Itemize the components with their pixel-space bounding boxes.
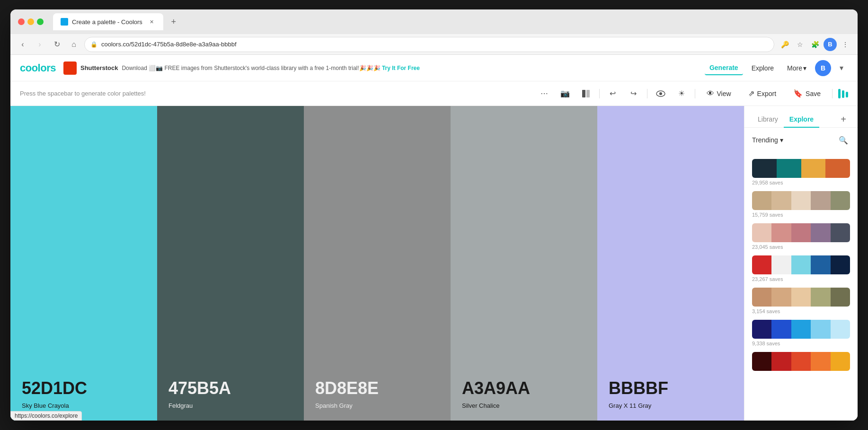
browser-menu-button[interactable]: ⋮ (839, 38, 852, 51)
browser-tab[interactable]: Create a palette - Coolors ✕ (53, 13, 163, 30)
browser-profile-letter: B (828, 41, 832, 48)
swatch-mini (811, 191, 830, 210)
forward-button[interactable]: › (33, 38, 46, 51)
browser-toolbar: ‹ › ↻ ⌂ 🔒 coolors.co/52d1dc-475b5a-8d8e8… (10, 34, 858, 55)
list-item[interactable]: 23,045 saves (744, 220, 858, 253)
export-button[interactable]: ⇗ Export (743, 86, 782, 101)
nav-generate[interactable]: Generate (705, 61, 743, 75)
svg-point-3 (659, 92, 662, 95)
nav-explore[interactable]: Explore (747, 61, 779, 75)
main-content: 52D1DCSky Blue Crayolahttps://coolors.co… (10, 106, 858, 421)
swatch-mini (811, 223, 830, 242)
password-icon-btn[interactable]: 🔑 (778, 38, 791, 51)
swatch-mini (791, 320, 811, 339)
user-avatar[interactable]: B (815, 60, 831, 76)
back-button[interactable]: ‹ (16, 38, 29, 51)
camera-button[interactable]: 📷 (558, 86, 573, 101)
palette-swatches-5 (752, 320, 850, 339)
maximize-button[interactable] (37, 18, 44, 25)
more-options-button[interactable]: ⋯ (537, 86, 552, 101)
color-hex-3: A3A9AA (462, 378, 586, 398)
svg-rect-1 (586, 90, 590, 97)
swatch-mini (771, 352, 791, 371)
browser-titlebar: Create a palette - Coolors ✕ + (10, 9, 858, 34)
palette-saves-5: 9,338 saves (752, 341, 850, 346)
sidebar-add-button[interactable]: + (837, 113, 850, 126)
color-swatch-4[interactable]: BBBBFGray X 11 Gray (597, 106, 744, 421)
bookmark-icon-btn[interactable]: ☆ (793, 38, 806, 51)
list-item[interactable]: 29,958 saves (744, 156, 858, 188)
sidebar-tab-library[interactable]: Library (752, 112, 784, 128)
search-button[interactable]: 🔍 (837, 133, 850, 147)
bookmark-icon: 🔖 (793, 89, 803, 98)
palette-swatches-6 (752, 352, 850, 371)
list-item[interactable]: 3,154 saves (744, 285, 858, 317)
palette-swatches-1 (752, 191, 850, 210)
palette-swatches-2 (752, 223, 850, 242)
brightness-button[interactable]: ☀ (674, 86, 689, 101)
sidebar-toggle[interactable] (838, 89, 848, 98)
chevron-down-icon: ▾ (803, 64, 806, 72)
undo-button[interactable]: ↩ (605, 86, 620, 101)
compare-button[interactable] (578, 86, 593, 101)
swatch-mini (831, 223, 850, 242)
color-name-0: Sky Blue Crayola (22, 402, 146, 409)
swatch-mini (752, 159, 777, 178)
browser-profile-avatar[interactable]: B (824, 38, 837, 51)
tab-favicon (61, 18, 68, 26)
url-text: coolors.co/52d1dc-475b5a-8d8e8e-a3a9aa-b… (101, 41, 237, 48)
palette-area: 52D1DCSky Blue Crayolahttps://coolors.co… (10, 106, 744, 421)
user-menu-chevron[interactable]: ▾ (835, 61, 848, 75)
swatch-mini (825, 159, 850, 178)
address-bar[interactable]: 🔒 coolors.co/52d1dc-475b5a-8d8e8e-a3a9aa… (84, 37, 774, 52)
coolors-logo[interactable]: coolors (20, 62, 56, 74)
minimize-button[interactable] (27, 18, 34, 25)
redo-button[interactable]: ↪ (626, 86, 641, 101)
color-swatch-1[interactable]: 475B5AFeldgrau (157, 106, 304, 421)
trending-dropdown[interactable]: Trending ▾ (752, 136, 833, 144)
save-button[interactable]: 🔖 Save (788, 86, 826, 101)
palette-swatches-4 (752, 288, 850, 307)
swatch-mini (791, 255, 811, 274)
color-hex-4: BBBBF (609, 378, 733, 398)
palette-saves-2: 23,045 saves (752, 244, 850, 250)
colorblind-button[interactable] (653, 86, 668, 101)
palette-list: 29,958 saves15,759 saves23,045 saves23,2… (744, 152, 858, 421)
sidebar-tab-explore[interactable]: Explore (784, 112, 819, 128)
shutterstock-icon (63, 61, 77, 75)
swatch-mini (771, 288, 791, 307)
list-item[interactable]: 15,759 saves (744, 188, 858, 220)
swatch-mini (752, 191, 771, 210)
chevron-down-icon: ▾ (780, 136, 783, 144)
list-item[interactable] (744, 349, 858, 376)
nav-more[interactable]: More ▾ (782, 61, 811, 75)
list-item[interactable]: 23,267 saves (744, 253, 858, 285)
header-nav: Generate Explore More ▾ B ▾ (705, 60, 848, 76)
color-hex-0: 52D1DC (22, 378, 146, 398)
swatch-mini (791, 288, 811, 307)
palette-saves-4: 3,154 saves (752, 308, 850, 314)
color-swatch-0[interactable]: 52D1DCSky Blue Crayolahttps://coolors.co… (10, 106, 157, 421)
color-swatch-3[interactable]: A3A9AASilver Chalice (451, 106, 597, 421)
traffic-lights (18, 18, 44, 25)
palette-saves-3: 23,267 saves (752, 276, 850, 282)
tab-close-button[interactable]: ✕ (148, 18, 156, 26)
swatch-mini (831, 255, 850, 274)
close-button[interactable] (18, 18, 25, 25)
spacebar-hint: Press the spacebar to generate color pal… (20, 90, 537, 97)
new-tab-button[interactable]: + (167, 15, 180, 28)
home-button[interactable]: ⌂ (67, 38, 80, 51)
swatch-mini (831, 352, 850, 371)
swatch-mini (831, 320, 850, 339)
palette-toolbar: Press the spacebar to generate color pal… (10, 81, 858, 106)
view-button[interactable]: 👁 View (701, 87, 737, 101)
swatch-mini (831, 191, 850, 210)
color-swatch-2[interactable]: 8D8E8ESpanish Gray (304, 106, 451, 421)
separator (599, 89, 600, 98)
extensions-icon-btn[interactable]: 🧩 (808, 38, 822, 51)
share-icon: ⇗ (748, 89, 754, 98)
reload-button[interactable]: ↻ (50, 38, 63, 51)
try-for-free-link[interactable]: Try It For Free (382, 65, 420, 71)
list-item[interactable]: 9,338 saves (744, 317, 858, 349)
swatch-mini (771, 191, 791, 210)
